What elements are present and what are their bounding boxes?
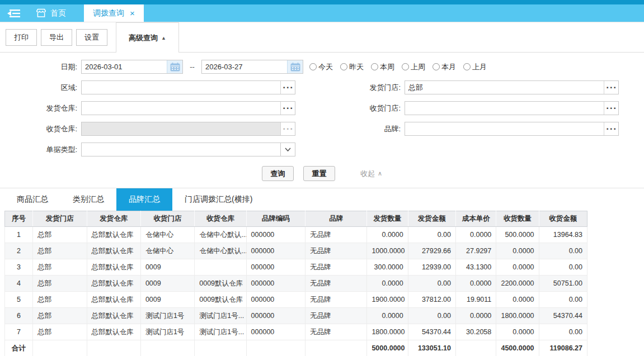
- cell: 0.0000: [456, 276, 496, 292]
- cell: 合计: [5, 340, 33, 356]
- column-header-5[interactable]: 品牌编码: [246, 211, 305, 227]
- cell: 1800.0000: [496, 308, 539, 324]
- result-tab-2[interactable]: 品牌汇总: [116, 188, 172, 211]
- cell: 总部默认仓库: [87, 227, 140, 243]
- date-from-input[interactable]: [82, 60, 167, 73]
- result-tab-1[interactable]: 类别汇总: [60, 188, 116, 211]
- table-row[interactable]: 6总部总部默认仓库测试门店1号测试门店1号...000000无品牌0.00000…: [5, 308, 587, 324]
- reset-button[interactable]: 重置: [303, 166, 335, 181]
- date-to-calendar-button[interactable]: [287, 60, 303, 73]
- table-row[interactable]: 2总部总部默认仓库仓储中心仓储中心默认...000000无品牌1000.0000…: [5, 243, 587, 259]
- collapse-panel-link[interactable]: 收起 ∧: [360, 169, 382, 179]
- cell: [246, 340, 305, 356]
- recv-store-label: 收货门店:: [295, 103, 405, 113]
- quick-range-radio-4[interactable]: 本月: [433, 62, 456, 72]
- column-header-7[interactable]: 发货数量: [367, 211, 408, 227]
- export-button[interactable]: 导出: [41, 29, 72, 46]
- radio-circle-icon[interactable]: [309, 63, 317, 70]
- region-lookup-button[interactable]: ■ ■ ■: [280, 81, 295, 94]
- radio-circle-icon[interactable]: [433, 63, 440, 70]
- ship-store-input[interactable]: [405, 81, 604, 94]
- region-input[interactable]: [82, 81, 280, 94]
- radio-circle-icon[interactable]: [402, 63, 409, 70]
- quick-range-radio-3[interactable]: 上周: [402, 62, 425, 72]
- column-header-4[interactable]: 收货仓库: [195, 211, 246, 227]
- query-button[interactable]: 查询: [262, 166, 294, 181]
- cell: 无品牌: [305, 243, 367, 259]
- cell: 0.0000: [456, 308, 496, 324]
- doc-type-input[interactable]: [82, 143, 280, 156]
- result-tab-3[interactable]: 门店调拨汇总(横排): [172, 188, 265, 211]
- ship-warehouse-lookup-button[interactable]: ■ ■ ■: [280, 102, 295, 115]
- collapse-menu-button[interactable]: [0, 4, 28, 22]
- table-row[interactable]: 5总部总部默认仓库00090009默认仓库000000无品牌1900.00003…: [5, 292, 587, 308]
- cell: 500.0000: [496, 227, 539, 243]
- column-header-10[interactable]: 收货数量: [496, 211, 539, 227]
- ship-store-lookup-button[interactable]: ■ ■ ■: [604, 81, 618, 94]
- quick-range-radio-2[interactable]: 本周: [371, 62, 394, 72]
- cell: 2: [5, 243, 33, 259]
- result-tab-0[interactable]: 商品汇总: [4, 188, 60, 211]
- quick-range-radio-0[interactable]: 今天: [309, 62, 333, 72]
- brand-lookup-button[interactable]: ■ ■ ■: [604, 122, 618, 135]
- recv-store-input[interactable]: [405, 102, 604, 115]
- brand-input[interactable]: [405, 122, 604, 135]
- brand-field: ■ ■ ■: [405, 122, 619, 136]
- ship-warehouse-input[interactable]: [82, 102, 280, 115]
- settings-button[interactable]: 设置: [76, 29, 107, 46]
- cell: 0.0000: [367, 227, 408, 243]
- cell: 7: [5, 324, 33, 340]
- table-header-row: 序号发货门店发货仓库收货门店收货仓库品牌编码品牌发货数量发货金额成本单价收货数量…: [5, 211, 587, 227]
- cell: 无品牌: [305, 292, 367, 308]
- recv-warehouse-lookup-button: ■ ■ ■: [280, 122, 295, 135]
- cell: 000000: [246, 324, 305, 340]
- radio-circle-icon[interactable]: [371, 63, 378, 70]
- cell: 仓储中心: [140, 227, 194, 243]
- radio-circle-icon[interactable]: [340, 63, 347, 70]
- radio-circle-icon[interactable]: [463, 63, 471, 70]
- date-to-input[interactable]: [202, 60, 287, 73]
- ellipsis-icon: ■ ■ ■: [283, 107, 293, 110]
- table-row[interactable]: 3总部总部默认仓库0009000000无品牌300.000012939.0043…: [5, 259, 587, 276]
- cell: 无品牌: [305, 276, 367, 292]
- cell: 0.00: [539, 324, 587, 340]
- column-header-11[interactable]: 收货金额: [539, 211, 587, 227]
- cell: 0009: [140, 259, 194, 276]
- cell: 0009默认仓库: [195, 292, 246, 308]
- advanced-query-toggle[interactable]: 高级查询 ▲: [116, 22, 179, 53]
- brand-label: 品牌:: [295, 124, 405, 134]
- column-header-3[interactable]: 收货门店: [140, 211, 194, 227]
- cell: 总部: [33, 292, 87, 308]
- column-header-2[interactable]: 发货仓库: [87, 211, 140, 227]
- doc-type-dropdown-button[interactable]: [280, 143, 295, 156]
- filter-panel: 日期: --: [0, 53, 644, 188]
- cell: [195, 340, 246, 356]
- tab-close-icon[interactable]: ×: [130, 9, 135, 17]
- quick-range-radio-5[interactable]: 上月: [463, 62, 487, 72]
- radio-label: 上周: [411, 62, 425, 72]
- filter-row-3: 发货仓库: ■ ■ ■ 收货门店: ■ ■ ■: [0, 101, 644, 115]
- cell: 000000: [246, 259, 305, 276]
- date-from-calendar-button[interactable]: [167, 60, 182, 73]
- tab-transfer-query[interactable]: 调拨查询 ×: [84, 4, 144, 22]
- cell: 13964.83: [539, 227, 587, 243]
- cell: 0.0000: [496, 243, 539, 259]
- table-row[interactable]: 4总部总部默认仓库00090009默认仓库000000无品牌0.00000.00…: [5, 276, 587, 292]
- storefront-icon: [36, 8, 46, 18]
- column-header-9[interactable]: 成本单价: [456, 211, 496, 227]
- column-header-6[interactable]: 品牌: [305, 211, 367, 227]
- table-row[interactable]: 7总部总部默认仓库测试门店1号测试门店1号...000000无品牌1800.00…: [5, 324, 587, 340]
- column-header-1[interactable]: 发货门店: [33, 211, 87, 227]
- home-tab[interactable]: 首页: [28, 4, 74, 22]
- filter-actions: 查询 重置 收起 ∧: [0, 163, 644, 188]
- cell: 总部: [33, 259, 87, 276]
- cell: 12939.00: [408, 259, 455, 276]
- quick-range-radio-1[interactable]: 昨天: [340, 62, 364, 72]
- recv-store-lookup-button[interactable]: ■ ■ ■: [604, 102, 618, 115]
- column-header-8[interactable]: 发货金额: [408, 211, 455, 227]
- cell: 1800.0000: [367, 324, 408, 340]
- column-header-0[interactable]: 序号: [5, 211, 33, 227]
- table-row[interactable]: 1总部总部默认仓库仓储中心仓储中心默认...000000无品牌0.00000.0…: [5, 227, 587, 243]
- cell: 1000.0000: [367, 243, 408, 259]
- print-button[interactable]: 打印: [6, 29, 37, 46]
